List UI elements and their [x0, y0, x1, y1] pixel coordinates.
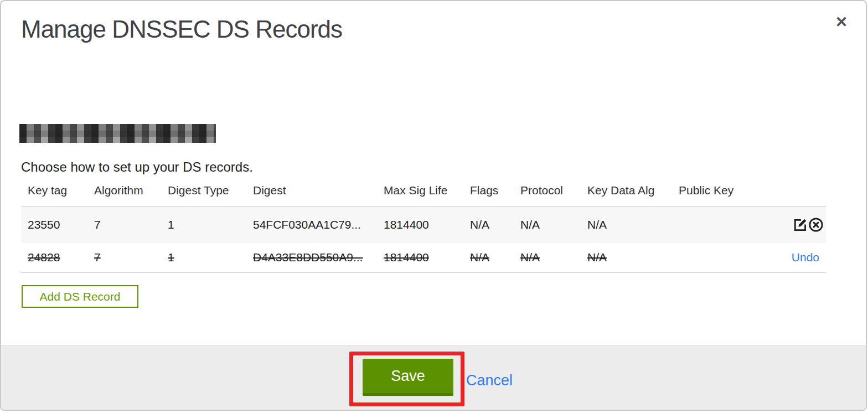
column-header-max-sig-life: Max Sig Life — [377, 184, 463, 206]
cell-algorithm: 7 — [87, 243, 161, 273]
edit-icon — [793, 217, 808, 233]
cell-digest-type: 1 — [161, 243, 246, 273]
edit-record-button[interactable] — [793, 217, 808, 233]
dnssec-modal: Manage DNSSEC DS Records ✕ Choose how to… — [0, 0, 867, 411]
table-row-deleted: 24828 7 1 D4A33E8DD550A9... 1814400 N/A … — [21, 243, 826, 273]
add-ds-record-button[interactable]: Add DS Record — [22, 285, 138, 308]
cell-key-data-alg: N/A — [581, 206, 672, 243]
column-header-digest-type: Digest Type — [161, 184, 246, 206]
close-icon: ✕ — [835, 15, 848, 30]
cell-actions: Undo — [750, 243, 826, 273]
intro-text: Choose how to set up your DS records. — [21, 159, 253, 175]
cell-digest-type: 1 — [161, 206, 246, 243]
cancel-link[interactable]: Cancel — [466, 372, 513, 389]
save-button[interactable]: Save — [363, 359, 453, 396]
cell-public-key — [672, 206, 750, 243]
delete-record-button[interactable] — [808, 217, 824, 233]
column-header-public-key: Public Key — [672, 184, 750, 206]
undo-link[interactable]: Undo — [792, 251, 824, 264]
cell-max-sig-life: 1814400 — [377, 206, 463, 243]
cell-actions — [750, 206, 826, 243]
close-button[interactable]: ✕ — [830, 11, 852, 33]
table-header-row: Key tag Algorithm Digest Type Digest Max… — [21, 184, 826, 206]
column-header-key-tag: Key tag — [21, 184, 87, 206]
cell-flags: N/A — [463, 243, 514, 273]
redacted-domain-name — [19, 124, 216, 143]
remove-icon — [808, 217, 824, 233]
column-header-flags: Flags — [463, 184, 514, 206]
column-header-algorithm: Algorithm — [87, 184, 161, 206]
ds-records-table: Key tag Algorithm Digest Type Digest Max… — [21, 184, 826, 273]
column-header-digest: Digest — [246, 184, 377, 206]
cell-key-data-alg: N/A — [581, 243, 672, 273]
table-row-current: 23550 7 1 54FCF030AA1C79... 1814400 N/A … — [21, 206, 826, 243]
column-header-actions — [750, 184, 826, 206]
cell-key-tag: 24828 — [21, 243, 87, 273]
column-header-key-data-alg: Key Data Alg — [581, 184, 672, 206]
cell-public-key — [672, 243, 750, 273]
cell-digest: D4A33E8DD550A9... — [246, 243, 377, 273]
cell-algorithm: 7 — [87, 206, 161, 243]
cell-protocol: N/A — [514, 243, 581, 273]
page-title: Manage DNSSEC DS Records — [21, 16, 342, 43]
cell-protocol: N/A — [514, 206, 581, 243]
cell-flags: N/A — [463, 206, 514, 243]
cell-key-tag: 23550 — [21, 206, 87, 243]
column-header-protocol: Protocol — [514, 184, 581, 206]
cell-digest: 54FCF030AA1C79... — [246, 206, 377, 243]
cell-max-sig-life: 1814400 — [377, 243, 463, 273]
